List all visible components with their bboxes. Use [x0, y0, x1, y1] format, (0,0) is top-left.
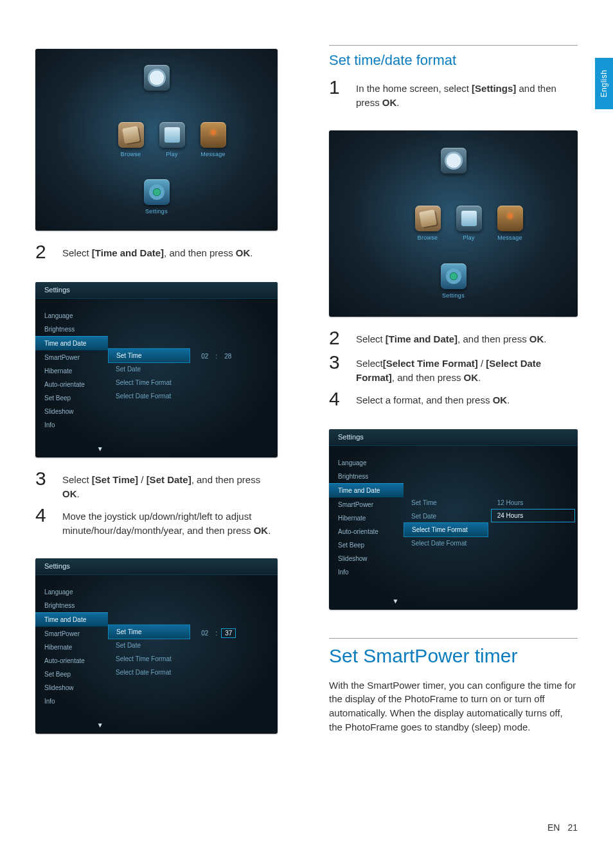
settings-sidebar-item: Brightness [35, 599, 108, 612]
screenshot-home-1: Clock Browse Play Message [35, 49, 278, 231]
settings-sidebar-item: Set Beep [329, 538, 404, 552]
right-column: Set time/date format 1 In the home scree… [306, 0, 613, 868]
clock-icon [441, 148, 466, 173]
settings-sidebar-item: Hibernate [35, 364, 108, 378]
settings-sidebar-item: Slideshow [35, 405, 108, 418]
settings-sidebar-item: Time and Date [35, 336, 108, 351]
home-item-clock: Clock [144, 65, 170, 100]
settings-submenu-item: Select Time Format [404, 522, 488, 537]
home-item-browse: Browse [118, 122, 144, 157]
format-option: 12 Hours [488, 496, 578, 509]
screenshot-settings-time: Settings LanguageBrightnessTime and Date… [35, 282, 278, 457]
right-step-2: 2 Select [Time and Date], and then press… [329, 328, 578, 348]
settings-header: Settings [329, 429, 578, 446]
settings-sidebar-item: Time and Date [329, 483, 404, 498]
settings-submenu-item: Set Time [108, 348, 190, 363]
settings-sidebar-item: Auto-orientate [329, 525, 404, 538]
home-item-play: Play [159, 122, 185, 157]
section-rule [329, 45, 578, 46]
settings-sidebar-item: Info [35, 418, 108, 432]
settings-submenu-item: Set Date [404, 509, 488, 523]
settings-sidebar-item: Auto-orientate [35, 654, 108, 668]
right-step-1: 1 In the home screen, select [Settings] … [329, 78, 578, 110]
home-item-message: Message [200, 122, 226, 157]
settings-sidebar-item: Time and Date [35, 612, 108, 627]
settings-sidebar-item: Auto-orientate [35, 378, 108, 391]
settings-icon [144, 179, 170, 205]
left-step-3: 3 Select [Set Time] / [Set Date], and th… [35, 469, 278, 501]
settings-sidebar-item: Slideshow [35, 681, 108, 695]
page-footer: EN21 [547, 822, 578, 833]
settings-submenu-item: Set Time [404, 496, 488, 509]
manual-page: Clock Browse Play Message [0, 0, 613, 868]
screenshot-home-2: Clock Browse Play Message Settings [329, 130, 578, 317]
home-item-settings: Settings [144, 179, 170, 215]
settings-icon [441, 263, 466, 289]
settings-sidebar-item: Language [329, 456, 404, 470]
scroll-down-icon: ▼ [97, 722, 103, 729]
settings-sidebar-item: Brightness [35, 323, 108, 336]
heading-smartpower: Set SmartPower timer [329, 645, 578, 667]
settings-sidebar-item: Hibernate [35, 641, 108, 654]
section-rule [329, 638, 578, 639]
scroll-down-icon: ▼ [392, 598, 398, 605]
settings-submenu-item: Select Date Format [108, 666, 190, 679]
settings-sidebar-item: SmartPower [35, 627, 108, 641]
left-column: Clock Browse Play Message [0, 0, 306, 868]
settings-sidebar-item: Slideshow [329, 552, 404, 565]
screenshot-settings-time-edit: Settings LanguageBrightnessTime and Date… [35, 558, 278, 734]
play-icon [456, 206, 482, 231]
time-readout-editing: 02 : 37 [190, 625, 278, 641]
settings-submenu-item: Select Date Format [404, 536, 488, 550]
play-icon [159, 122, 185, 148]
time-readout: 02 : 28 [190, 349, 278, 364]
settings-submenu-item: Select Time Format [108, 376, 190, 389]
clock-icon [144, 65, 170, 91]
browse-icon [415, 206, 441, 231]
settings-sidebar-item: Info [35, 695, 108, 708]
settings-submenu-item: Select Date Format [108, 389, 190, 403]
browse-icon [118, 122, 144, 148]
settings-sidebar-item: Set Beep [35, 668, 108, 681]
settings-submenu-item: Set Time [108, 624, 190, 639]
settings-sidebar-item: Hibernate [329, 511, 404, 525]
screenshot-settings-format: Settings LanguageBrightnessTime and Date… [329, 429, 578, 609]
format-option: 24 Hours [491, 509, 575, 522]
right-step-4: 4 Select a format, and then press OK. [329, 389, 578, 409]
settings-submenu-item: Set Date [108, 639, 190, 652]
smartpower-body: With the SmartPower timer, you can confi… [329, 678, 578, 734]
settings-sidebar-item: Info [329, 565, 404, 579]
message-icon [200, 122, 226, 148]
subheading-set-time-date-format: Set time/date format [329, 52, 578, 69]
settings-header: Settings [35, 282, 278, 299]
settings-sidebar-item: SmartPower [329, 498, 404, 511]
settings-sidebar-item: Language [35, 585, 108, 599]
scroll-down-icon: ▼ [97, 445, 103, 452]
settings-header: Settings [35, 558, 278, 575]
settings-sidebar-item: Set Beep [35, 391, 108, 405]
right-step-3: 3 Select[Select Time Format] / [Select D… [329, 353, 578, 385]
language-tab: English [595, 58, 613, 109]
settings-sidebar-item: Brightness [329, 470, 404, 483]
left-step-2: 2 Select [Time and Date], and then press… [35, 242, 278, 261]
message-icon [497, 206, 523, 231]
settings-sidebar: LanguageBrightnessTime and DateSmartPowe… [35, 299, 108, 457]
settings-submenu-item: Select Time Format [108, 652, 190, 666]
settings-sidebar-item: SmartPower [35, 351, 108, 364]
settings-sidebar-item: Language [35, 309, 108, 323]
settings-submenu-item: Set Date [108, 362, 190, 376]
left-step-4: 4 Move the joystick up/down/right/left t… [35, 506, 278, 538]
